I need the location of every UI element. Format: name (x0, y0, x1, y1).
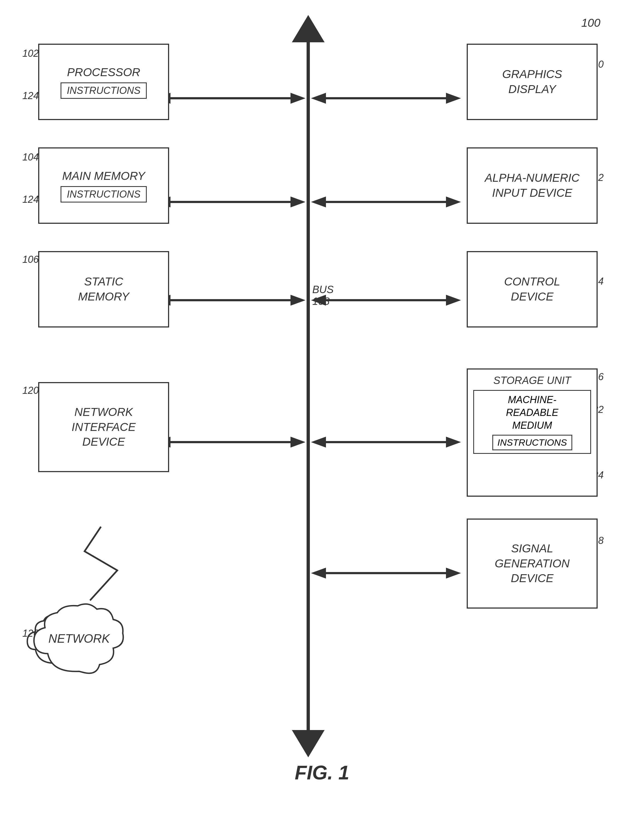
storage-unit-label: STORAGE UNIT (494, 374, 571, 387)
network-interface-box: NETWORKINTERFACEDEVICE (38, 382, 169, 472)
graphics-display-box: GRAPHICSDISPLAY (467, 44, 598, 120)
svg-marker-13 (311, 197, 326, 207)
alpha-numeric-box: ALPHA-NUMERICINPUT DEVICE (467, 147, 598, 224)
signal-generation-box: SIGNALGENERATIONDEVICE (467, 519, 598, 608)
svg-marker-28 (311, 568, 326, 579)
signal-generation-label: SIGNALGENERATIONDEVICE (495, 541, 570, 586)
main-memory-inner: INSTRUCTIONS (61, 186, 147, 203)
machine-readable-label: MACHINE-READABLEMEDIUM (506, 394, 558, 431)
static-memory-label: STATICMEMORY (78, 274, 129, 304)
fig-caption: FIG. 1 (294, 761, 349, 784)
ref-102: 102 (22, 48, 39, 59)
svg-marker-7 (311, 93, 326, 104)
svg-text:NETWORK: NETWORK (49, 632, 110, 645)
svg-marker-2 (292, 730, 325, 757)
svg-marker-20 (446, 295, 461, 306)
ref-124-proc: 124 (22, 90, 39, 101)
processor-label: PROCESSOR (67, 65, 140, 80)
svg-marker-23 (290, 437, 305, 447)
storage-instructions-label: INSTRUCTIONS (498, 437, 567, 447)
static-memory-box: STATICMEMORY (38, 251, 169, 327)
svg-marker-26 (446, 437, 461, 447)
svg-marker-25 (311, 437, 326, 447)
svg-marker-11 (290, 197, 305, 207)
graphics-display-label: GRAPHICSDISPLAY (502, 67, 562, 97)
processor-box: PROCESSOR INSTRUCTIONS (38, 44, 169, 120)
control-device-label: CONTROLDEVICE (504, 274, 560, 304)
svg-marker-14 (446, 197, 461, 207)
ref-104: 104 (22, 152, 39, 163)
network-cloud: NETWORK (27, 603, 131, 679)
svg-marker-29 (446, 568, 461, 579)
ref-100: 100 (581, 16, 600, 29)
control-device-box: CONTROLDEVICE (467, 251, 598, 327)
svg-marker-17 (290, 295, 305, 306)
main-memory-box: MAIN MEMORY INSTRUCTIONS (38, 147, 169, 224)
processor-inner: INSTRUCTIONS (61, 82, 147, 99)
svg-marker-5 (290, 93, 305, 104)
ref-120: 120 (22, 385, 39, 396)
main-memory-label: MAIN MEMORY (62, 169, 145, 184)
alpha-numeric-label: ALPHA-NUMERICINPUT DEVICE (485, 171, 580, 200)
storage-unit-box: STORAGE UNIT MACHINE-READABLEMEDIUM INST… (467, 369, 598, 497)
svg-marker-1 (292, 15, 325, 42)
bus-label: BUS108 (312, 284, 334, 307)
diagram-container: 100 (0, 0, 644, 822)
network-interface-label: NETWORKINTERFACEDEVICE (72, 405, 136, 450)
svg-marker-8 (446, 93, 461, 104)
ref-106: 106 (22, 254, 39, 265)
ref-124-mem: 124 (22, 194, 39, 205)
